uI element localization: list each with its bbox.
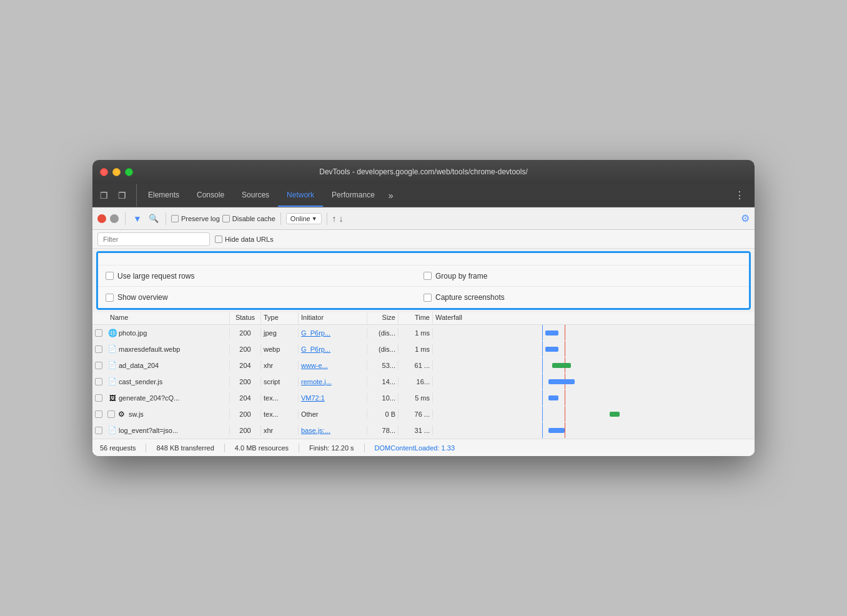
show-overview-option[interactable]: Show overview (106, 293, 423, 302)
table-row[interactable]: 🌐photo.jpg200jpegG_P6rp...(dis...1 ms (92, 325, 755, 341)
size-cell: (dis... (367, 344, 399, 354)
device-icon[interactable]: ❐ (116, 188, 129, 203)
filter-input[interactable] (97, 232, 210, 246)
size-cell: 78... (367, 425, 399, 435)
initiator-cell[interactable]: G_P6rp... (299, 344, 367, 354)
search-icon[interactable]: 🔍 (147, 212, 161, 226)
status-cell: 200 (230, 328, 261, 338)
preserve-log-label[interactable]: Preserve log (171, 215, 220, 222)
table-row[interactable]: ⚙sw.js200tex...Other0 B76 ... (92, 406, 755, 422)
header-initiator: Initiator (299, 312, 367, 324)
file-name-cell: 📄ad_data_204 (105, 360, 230, 370)
initiator-cell[interactable]: base.js:... (299, 425, 367, 435)
settings-gear-icon[interactable]: ⚙ (741, 213, 750, 224)
row-checkbox[interactable] (92, 378, 105, 385)
row-checkbox[interactable] (92, 345, 105, 353)
waterfall-blue-line (542, 341, 543, 357)
network-table: Name Status Type Initiator Size Time Wat… (92, 312, 755, 439)
header-size: Size (367, 312, 399, 324)
record-button[interactable] (97, 214, 106, 223)
capture-screenshots-checkbox[interactable] (423, 294, 432, 302)
file-icon: 📄 (107, 360, 117, 370)
large-request-rows-option[interactable]: Use large request rows (106, 272, 423, 281)
waterfall-red-line (565, 325, 565, 340)
tab-more-button[interactable]: » (384, 184, 399, 207)
transferred-size: 848 KB transferred (156, 444, 214, 452)
upload-icon[interactable]: ↑ (332, 214, 337, 224)
waterfall-blue-line (542, 374, 543, 389)
row-checkbox[interactable] (92, 394, 105, 402)
throttle-select[interactable]: Online ▼ (286, 213, 322, 224)
toolbar-divider-2 (166, 212, 166, 225)
close-button[interactable] (100, 168, 108, 176)
waterfall-blue-line (542, 406, 543, 422)
tab-network[interactable]: Network (278, 184, 323, 207)
title-bar: DevTools - developers.google.com/web/too… (92, 160, 755, 184)
time-cell: 76 ... (399, 409, 433, 419)
maximize-button[interactable] (125, 168, 133, 176)
waterfall-blue-line (542, 357, 543, 373)
header-time: Time (399, 312, 433, 324)
time-cell: 16... (399, 377, 433, 387)
file-name-text: log_event?alt=jso... (117, 427, 227, 434)
tab-bar: ❐ ❐ Elements Console Sources Network Per… (92, 184, 755, 207)
tab-sources[interactable]: Sources (233, 184, 278, 207)
minimize-button[interactable] (112, 168, 121, 176)
table-row[interactable]: 📄ad_data_204204xhrwww-e...53...61 ... (92, 357, 755, 374)
initiator-cell[interactable]: remote.j... (299, 377, 367, 387)
group-by-frame-checkbox[interactable] (423, 272, 432, 280)
file-name-cell: 📄maxresdefault.webp (105, 344, 230, 354)
table-row[interactable]: 📄cast_sender.js200scriptremote.j...14...… (92, 374, 755, 390)
initiator-cell[interactable]: www-e... (299, 360, 367, 370)
waterfall-bar (552, 363, 572, 368)
large-request-rows-checkbox[interactable] (106, 272, 114, 280)
tab-elements[interactable]: Elements (139, 184, 188, 207)
table-row[interactable]: 🖼generate_204?cQ...204tex...VM72:110...5… (92, 390, 755, 406)
initiator-cell[interactable]: VM72:1 (299, 393, 367, 403)
file-name-cell: 🌐photo.jpg (105, 328, 230, 338)
row-checkbox[interactable] (92, 410, 105, 418)
clear-button[interactable] (110, 214, 119, 223)
resources-size: 4.0 MB resources (235, 444, 289, 452)
type-cell: xhr (261, 425, 299, 435)
file-name-text: ad_data_204 (117, 362, 227, 369)
waterfall-bar (610, 412, 619, 417)
disable-cache-label[interactable]: Disable cache (222, 215, 275, 222)
time-cell: 1 ms (399, 328, 433, 338)
cursor-icon[interactable]: ❐ (97, 188, 111, 203)
hide-data-urls-label[interactable]: Hide data URLs (215, 236, 274, 243)
tab-performance[interactable]: Performance (323, 184, 384, 207)
options-row-2: Show overview Capture screenshots (98, 287, 749, 308)
file-name-cell: 📄log_event?alt=jso... (105, 425, 230, 435)
traffic-lights (100, 168, 133, 176)
tab-settings-button[interactable]: ⋮ (730, 184, 750, 207)
group-by-frame-option[interactable]: Group by frame (423, 272, 741, 281)
size-cell: 0 B (367, 409, 399, 419)
table-row[interactable]: 📄maxresdefault.webp200webpG_P6rp...(dis.… (92, 341, 755, 357)
capture-screenshots-option[interactable]: Capture screenshots (423, 293, 741, 302)
row-checkbox[interactable] (92, 329, 105, 337)
row-checkbox[interactable] (92, 362, 105, 369)
options-panel: Use large request rows Group by frame Sh… (96, 251, 751, 310)
disable-cache-checkbox[interactable] (222, 215, 230, 222)
status-cell: 200 (230, 377, 261, 387)
table-row[interactable]: 📄log_event?alt=jso...200xhrbase.js:...78… (92, 422, 755, 439)
hide-data-urls-checkbox[interactable] (215, 236, 222, 243)
filter-icon[interactable]: ▼ (131, 212, 144, 226)
vertical-dots-icon: ⋮ (735, 189, 745, 201)
initiator-cell[interactable]: G_P6rp... (299, 328, 367, 338)
preserve-log-checkbox[interactable] (171, 215, 179, 222)
waterfall-bar (548, 379, 574, 384)
download-icon[interactable]: ↓ (339, 214, 344, 224)
file-name-text: generate_204?cQ... (117, 394, 227, 402)
type-cell: tex... (261, 393, 299, 403)
devtools-body: ❐ ❐ Elements Console Sources Network Per… (92, 184, 755, 456)
file-icon: 📄 (107, 344, 117, 354)
show-overview-checkbox[interactable] (106, 294, 114, 302)
status-divider-4 (364, 444, 365, 452)
waterfall-bar (548, 428, 565, 433)
header-status: Status (230, 312, 261, 324)
waterfall-bar (545, 330, 558, 335)
tab-console[interactable]: Console (188, 184, 233, 207)
row-checkbox[interactable] (92, 427, 105, 434)
